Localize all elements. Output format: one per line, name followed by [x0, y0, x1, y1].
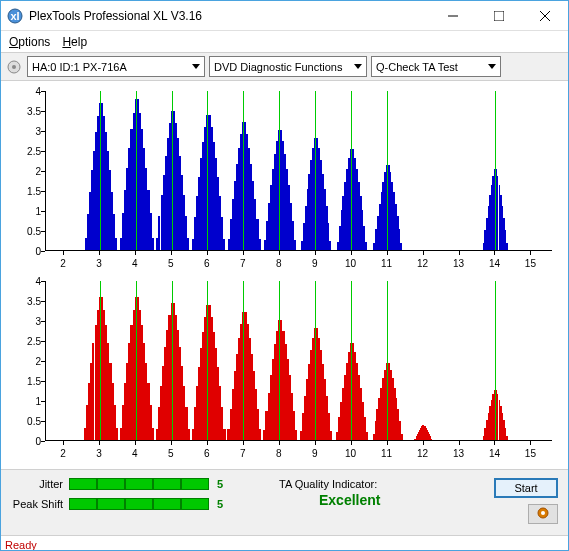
svg-point-9 [541, 511, 545, 515]
gear-icon [536, 506, 550, 522]
chart-top: 00.511.522.533.5423456789101112131415 [9, 85, 560, 271]
menu-help[interactable]: Help [62, 35, 87, 49]
test-select-value: Q-Check TA Test [376, 61, 458, 73]
function-select[interactable]: DVD Diagnostic Functions [209, 56, 367, 77]
peakshift-label: Peak Shift [11, 498, 63, 510]
jitter-label: Jitter [11, 478, 63, 490]
test-select[interactable]: Q-Check TA Test [371, 56, 501, 77]
svg-rect-3 [494, 11, 504, 21]
function-select-value: DVD Diagnostic Functions [214, 61, 342, 73]
chart-bottom: 00.511.522.533.5423456789101112131415 [9, 275, 560, 461]
jitter-boxes [69, 478, 209, 490]
ta-quality-value: Excellent [319, 492, 380, 508]
peakshift-value: 5 [217, 498, 223, 510]
svg-point-7 [12, 65, 16, 69]
minimize-button[interactable] [430, 1, 476, 31]
start-button[interactable]: Start [494, 478, 558, 498]
peakshift-boxes [69, 498, 209, 510]
close-button[interactable] [522, 1, 568, 31]
status-text: Ready [5, 539, 37, 551]
maximize-button[interactable] [476, 1, 522, 31]
jitter-value: 5 [217, 478, 223, 490]
svg-text:xl: xl [10, 10, 19, 22]
settings-button[interactable] [528, 504, 558, 524]
drive-icon [5, 58, 23, 76]
drive-select[interactable]: HA:0 ID:1 PX-716A [27, 56, 205, 77]
menu-options[interactable]: Options [9, 35, 50, 49]
app-icon: xl [7, 8, 23, 24]
drive-select-value: HA:0 ID:1 PX-716A [32, 61, 127, 73]
ta-quality-label: TA Quality Indicator: [279, 478, 377, 490]
window-title: PlexTools Professional XL V3.16 [29, 9, 430, 23]
